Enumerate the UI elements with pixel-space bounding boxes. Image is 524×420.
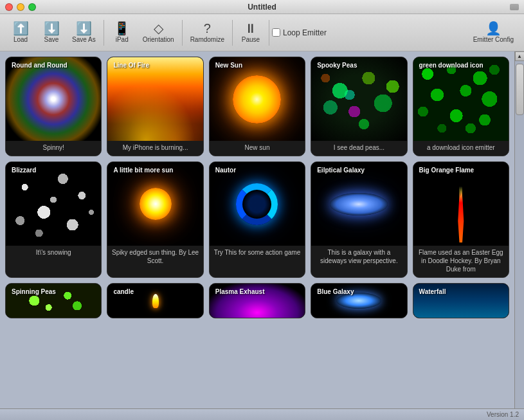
card-image: New Sun [210, 57, 305, 141]
emitter-config-button[interactable]: 👤 Emitter Config [468, 19, 519, 46]
orientation-button[interactable]: ◇ Orientation [138, 19, 179, 46]
card-item[interactable]: Round and Round Spinny! [5, 57, 102, 156]
ipad-button[interactable]: 📱 iPad [107, 19, 138, 46]
card-item[interactable]: green download icon a download icon emit… [413, 57, 509, 156]
card-description: New sun [210, 141, 305, 156]
orientation-label: Orientation [143, 36, 174, 43]
save-button[interactable]: ⬇️ Save [36, 19, 67, 46]
card-image: Big Orange Flame [413, 162, 509, 246]
ipad-label: iPad [116, 36, 129, 43]
card-image: A little bit more sun [107, 162, 203, 246]
card-item[interactable]: Waterfall [413, 283, 509, 318]
loop-label: Loop Emitter [283, 28, 327, 37]
card-image: Blue Galaxy [311, 284, 406, 318]
window-controls[interactable] [5, 3, 36, 11]
card-item[interactable]: Line Of Fire My iPhone is burning... [107, 57, 203, 156]
orientation-icon: ◇ [154, 22, 163, 35]
card-image: Spooky Peas [311, 57, 406, 141]
randomize-label: Ramdomize [190, 36, 224, 43]
card-item[interactable]: candle [107, 283, 203, 318]
card-description: My iPhone is burning... [107, 141, 203, 156]
card-image: Eilptical Galaxy [311, 162, 406, 246]
save-as-button[interactable]: ⬇️ Save As [67, 19, 101, 46]
card-image: green download icon [413, 57, 509, 141]
card-item[interactable]: Blue Galaxy [311, 283, 407, 318]
separator-3 [232, 20, 233, 46]
close-button[interactable] [5, 3, 13, 11]
card-item[interactable]: Plasma Exhaust [209, 283, 305, 318]
ipad-icon: 📱 [114, 22, 130, 35]
card-item[interactable]: Spooky Peas I see dead peas... [311, 57, 407, 156]
card-description: Flame used as an Easter Egg in Doodle Ho… [413, 246, 509, 277]
card-title: Round and Round [8, 60, 71, 69]
card-image: Blizzard [6, 162, 101, 246]
separator-1 [104, 20, 104, 46]
card-item[interactable]: Eilptical Galaxy This is a galaxy with a… [311, 161, 407, 278]
resize-handle[interactable] [510, 4, 519, 10]
card-item[interactable]: Blizzard It\'s snowing [5, 161, 102, 278]
card-title: Plasma Exhaust [212, 286, 268, 296]
card-title: Eilptical Galaxy [314, 165, 368, 174]
card-title: Spooky Peas [314, 60, 360, 69]
main-content: Round and Round Spinny! Line Of Fire My … [0, 51, 524, 420]
card-description: Spiky edged sun thing. By Lee Scott. [107, 246, 203, 277]
card-title: Big Orange Flame [416, 165, 478, 174]
loop-checkbox[interactable] [272, 28, 280, 37]
card-description: It\'s snowing [6, 246, 101, 277]
card-image: Line Of Fire [107, 57, 203, 141]
card-description: Try This for some action game [210, 246, 305, 277]
card-description: Spinny! [6, 141, 101, 156]
pause-button[interactable]: ⏸ Pause [235, 19, 266, 46]
card-description: a download icon emitter [413, 141, 509, 156]
load-label: Load [14, 36, 28, 43]
card-image: Waterfall [413, 284, 509, 318]
card-title: candle [110, 286, 137, 296]
card-item[interactable]: Big Orange Flame Flame used as an Easter… [413, 161, 509, 278]
scroll-up-arrow[interactable]: ▲ [515, 51, 525, 61]
card-description: This is a galaxy with a sideways view pe… [311, 246, 406, 277]
version-text: Version 1.2 [487, 411, 519, 418]
card-item[interactable]: Nautor Try This for some action game [209, 161, 305, 278]
toolbar: ⬆️ Load ⬇️ Save ⬇️ Save As 📱 iPad ◇ Orie… [0, 14, 524, 51]
emitter-config-icon: 👤 [485, 22, 501, 35]
card-title: Waterfall [416, 286, 449, 296]
card-title: Nautor [212, 165, 239, 174]
card-item[interactable]: Spinning Peas [5, 283, 102, 318]
card-title: green download icon [416, 60, 487, 69]
pause-icon: ⏸ [244, 22, 257, 35]
scrollbar[interactable]: ▲ ▼ [514, 51, 524, 420]
card-title: Line Of Fire [110, 60, 152, 69]
card-item[interactable]: New Sun New sun [209, 57, 305, 156]
separator-2 [182, 20, 183, 46]
emitter-config-label: Emitter Config [473, 36, 514, 43]
card-image: Spinning Peas [6, 284, 101, 318]
save-label: Save [44, 36, 59, 43]
load-button[interactable]: ⬆️ Load [5, 19, 36, 46]
card-grid: Round and Round Spinny! Line Of Fire My … [5, 57, 509, 318]
card-title: Blizzard [8, 165, 39, 174]
card-title: Blue Galaxy [314, 286, 357, 296]
card-item[interactable]: A little bit more sun Spiky edged sun th… [107, 161, 203, 278]
card-image: Plasma Exhaust [210, 284, 305, 318]
card-title: A little bit more sun [110, 165, 176, 174]
save-as-icon: ⬇️ [76, 22, 92, 35]
minimize-button[interactable] [17, 3, 24, 11]
version-bar: Version 1.2 [0, 408, 524, 420]
loop-emitter-control[interactable]: Loop Emitter [272, 28, 327, 37]
randomize-button[interactable]: ? Ramdomize [185, 19, 230, 46]
window-title: Untitled [248, 3, 276, 12]
card-image: candle [107, 284, 203, 318]
scroll-track[interactable] [515, 61, 525, 410]
load-icon: ⬆️ [13, 22, 29, 35]
card-title: New Sun [212, 60, 246, 69]
card-image: Nautor [210, 162, 305, 246]
card-title: Spinning Peas [8, 286, 59, 296]
separator-4 [269, 20, 269, 46]
save-as-label: Save As [72, 36, 96, 43]
randomize-icon: ? [204, 22, 211, 35]
maximize-button[interactable] [28, 3, 36, 11]
card-description: I see dead peas... [311, 141, 406, 156]
card-image: Round and Round [6, 57, 101, 141]
scroll-thumb[interactable] [516, 64, 524, 115]
card-grid-area[interactable]: Round and Round Spinny! Line Of Fire My … [0, 51, 514, 420]
